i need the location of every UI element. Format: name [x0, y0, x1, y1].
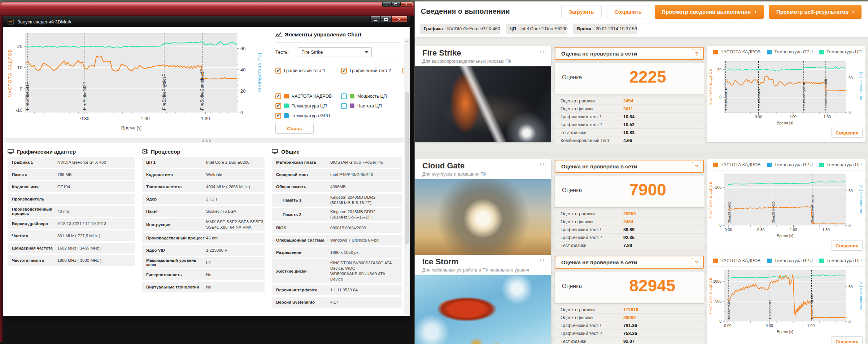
series-color-swatch — [284, 94, 289, 98]
svg-text:0: 0 — [719, 223, 721, 228]
close-icon[interactable]: × — [400, 2, 412, 7]
table-row: Максимальный уровень кэша L2 — [142, 257, 265, 268]
vertical-scrollbar[interactable]: ▲ ▼ — [404, 38, 409, 316]
benchmark-image — [415, 275, 551, 344]
legend-swatch — [767, 259, 772, 263]
test-checkbox[interactable]: ✔ Графический тест 1 — [275, 66, 341, 75]
back-window-edge — [0, 16, 3, 342]
header-button[interactable]: Загрузить — [561, 5, 601, 18]
back-window-titlebar: × — [0, 2, 414, 16]
close-icon[interactable]: × — [391, 16, 407, 23]
scroll-up-icon[interactable]: ▲ — [404, 38, 410, 44]
svg-text:-10: -10 — [16, 107, 22, 113]
minimize-icon[interactable] — [370, 16, 381, 23]
svg-text:60: 60 — [240, 46, 245, 51]
splitter-handle[interactable] — [3, 138, 410, 143]
legend-swatch — [767, 163, 772, 167]
svg-text:1:30: 1:30 — [201, 116, 210, 121]
table-row: Память 2 Kingston 2048MB DDR2 (501MHz 5-… — [272, 208, 402, 221]
svg-text:0:30: 0:30 — [757, 228, 765, 232]
svg-text:FireStrikeGt1P: FireStrikeGt1P — [724, 88, 728, 110]
score-status-banner: Оценка не проверена в сети ? — [555, 160, 704, 173]
table-row: Производитель — [8, 194, 135, 204]
score-row: Оценка физики 3411 — [555, 105, 704, 112]
svg-text:ЧАСТОТА КАДРОВ: ЧАСТОТА КАДРОВ — [708, 277, 712, 314]
series-checkbox[interactable]: ✔ Частота ЦП — [341, 101, 402, 111]
series-checkbox[interactable]: ✔ ЧАСТОТА КАДРОВ — [275, 91, 341, 101]
checkbox-icon[interactable]: ✔ — [275, 103, 281, 109]
table-row: Гиперпоточность No — [142, 269, 265, 280]
table-row: Жесткие диски KINGSTON SV300S37A60G ATA … — [272, 259, 402, 283]
svg-text:20: 20 — [17, 44, 22, 49]
svg-text:Температура [°C]: Температура [°C] — [257, 53, 262, 93]
svg-text:1:00: 1:00 — [140, 116, 149, 121]
svg-text:20: 20 — [240, 88, 245, 94]
checkbox-icon[interactable]: ✔ — [275, 68, 281, 74]
table-row: Шейдерная частота 1602 MHz ( 1455 MHz ) — [8, 243, 135, 253]
svg-text:50: 50 — [849, 285, 853, 289]
table-row: Пакет Socket 775 LGA — [142, 206, 265, 217]
svg-text:CloudGateGt2: CloudGateGt2 — [771, 201, 775, 223]
table-row: Северный мост Intel P45/P43/G45/G43 — [272, 169, 402, 180]
score-row: Комбинированный тест 4.66 — [555, 137, 704, 144]
header-button[interactable]: Просмотр веб-результатов › — [769, 5, 862, 19]
test-select[interactable]: Fire Strike — [298, 47, 372, 57]
svg-text:Время [s]: Время [s] — [121, 125, 141, 131]
svg-text:50: 50 — [849, 189, 853, 193]
benchmark-card: Cloud Gate 1.1 Для ноутбуков и домашних … — [415, 159, 551, 255]
window-controls: × — [370, 16, 407, 23]
table-row: Версия интерфейса 1.1.11.3530 64 — [272, 285, 402, 295]
checkbox-icon[interactable]: ✔ — [341, 68, 347, 74]
series-checkbox[interactable]: ✔ Температура ЦП — [275, 101, 341, 111]
total-score: 82945 — [629, 276, 676, 295]
svg-text:Время [s]: Время [s] — [777, 121, 793, 125]
divider — [275, 87, 400, 87]
table-row: Инструкции MMX SSE SSE2 SSE3 SSSE3 SSE41… — [142, 218, 265, 231]
help-button[interactable]: ? — [692, 162, 701, 171]
test-select-value: Fire Strike — [301, 49, 323, 55]
checkbox-icon[interactable]: ✔ — [275, 113, 281, 119]
maximize-icon[interactable] — [391, 2, 400, 7]
general-table-header: Общие — [272, 146, 402, 157]
header-button[interactable]: Просмотр сведений выполнения › — [655, 5, 764, 19]
test-checkbox[interactable]: ✔ Графический тест 2 — [341, 66, 402, 75]
checkbox-icon[interactable]: ✔ — [341, 103, 347, 109]
details-button[interactable]: Сведения — [832, 128, 863, 138]
svg-text:0:30: 0:30 — [766, 323, 773, 328]
svg-text:FireStrikePhysicsP: FireStrikePhysicsP — [802, 81, 806, 110]
maximize-icon[interactable] — [381, 16, 391, 23]
checkbox-icon[interactable]: ✔ — [341, 93, 347, 99]
benchmark-subtitle: Для ноутбуков и домашних ПК — [422, 172, 487, 177]
minimize-icon[interactable] — [382, 2, 391, 7]
details-button[interactable]: Сведения — [832, 336, 863, 344]
benchmark-version: 1.1 — [539, 50, 545, 54]
grip-icon — [202, 140, 211, 142]
svg-text:Температура [°C]: Температура [°C] — [859, 185, 863, 215]
series-checkbox[interactable]: ✔ Температура GPU — [275, 111, 341, 120]
table-row: Версия SystemInfo 4.17 — [272, 297, 402, 308]
table-row: Частота 801 MHz ( 727,5 MHz ) — [8, 230, 135, 241]
help-button[interactable]: ? — [692, 258, 701, 267]
score-row: Оценка графики 20953 — [555, 210, 704, 217]
tests-row: Тесты Fire Strike — [275, 47, 372, 57]
help-button[interactable]: ? — [692, 49, 701, 58]
series-checkbox[interactable]: ✔ Мощность ЦП — [341, 91, 402, 101]
scrollbar-thumb[interactable] — [405, 92, 409, 244]
reset-button[interactable]: Сброс — [275, 123, 314, 134]
details-button[interactable]: Сведения — [832, 241, 863, 251]
header-button[interactable]: Сохранить — [607, 5, 649, 18]
legend-item: ЧАСТОТА КАДРОВ — [713, 258, 760, 263]
gpu-table-header: Графический адаптер — [8, 146, 135, 157]
chevron-right-icon: › — [852, 8, 854, 15]
legend-item: Температура ЦП — [819, 258, 862, 263]
legend-swatch — [713, 163, 718, 167]
svg-text:1:30: 1:30 — [822, 228, 830, 232]
window-titlebar[interactable]: Запуск сведений 3DMark × — [3, 16, 410, 27]
checkbox-icon[interactable]: ✔ — [275, 93, 281, 99]
svg-text:0:30: 0:30 — [80, 116, 89, 121]
svg-text:FireStrikeGt1P: FireStrikeGt1P — [25, 81, 30, 110]
tests-label: Тесты — [275, 49, 288, 55]
score-row: Графический тест 1 781.36 — [555, 322, 704, 329]
table-row: Частота памяти 1800 MHz ( 1800 MHz ) — [8, 255, 135, 266]
checkbox-label: Графический тест 2 — [350, 68, 391, 73]
